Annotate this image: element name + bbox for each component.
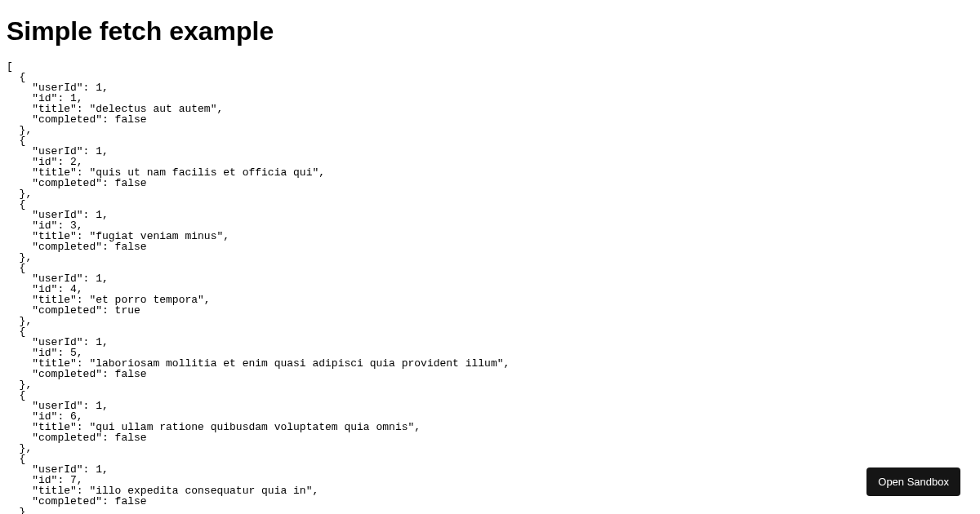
open-sandbox-button[interactable]: Open Sandbox — [866, 467, 960, 496]
json-output: [ { "userId": 1, "id": 1, "title": "dele… — [7, 61, 973, 514]
page-title: Simple fetch example — [7, 16, 973, 47]
